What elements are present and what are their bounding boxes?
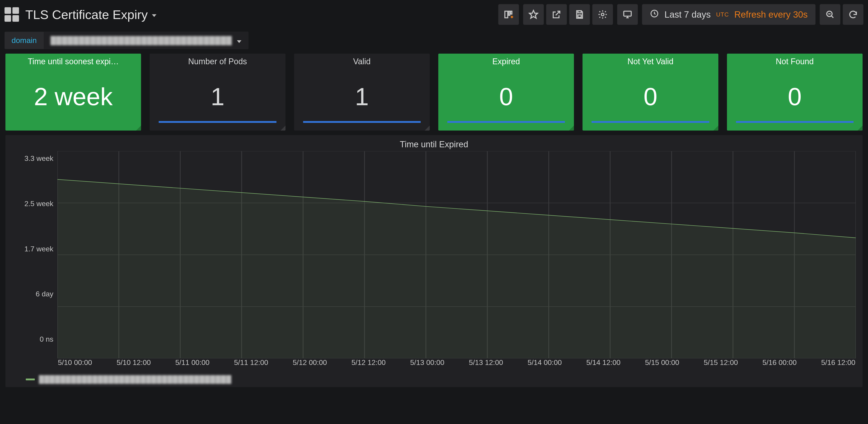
svg-rect-1 (508, 11, 510, 15)
save-button[interactable] (569, 4, 590, 25)
svg-rect-9 (624, 11, 631, 16)
variable-dropdown-domain[interactable]: ████████████████████████████████ (44, 32, 249, 49)
top-toolbar: TLS Certificate Expiry (0, 0, 868, 29)
panel-title: Not Found (776, 57, 814, 66)
panel-value: 0 (644, 66, 657, 126)
template-variables-row: domain ████████████████████████████████ (0, 29, 868, 53)
legend-swatch (26, 378, 35, 380)
y-tick: 2.5 week (12, 200, 53, 208)
x-tick: 5/10 00:00 (58, 358, 92, 372)
x-axis: 5/10 00:005/10 12:005/11 00:005/11 12:00… (12, 358, 856, 372)
x-tick: 5/14 12:00 (586, 358, 620, 372)
panel-title: Expired (492, 57, 520, 66)
svg-rect-0 (505, 11, 508, 18)
zoom-out-icon (825, 9, 835, 20)
x-tick: 5/13 00:00 (410, 358, 444, 372)
panel-resize-handle[interactable] (136, 125, 141, 131)
chart-legend[interactable]: ████████████████████████████████████ (12, 372, 856, 384)
plot-canvas[interactable] (57, 151, 856, 358)
svg-rect-7 (578, 15, 581, 18)
toolbar-group-actions (523, 4, 613, 25)
x-tick: 5/15 12:00 (704, 358, 738, 372)
zoom-out-button[interactable] (819, 4, 840, 25)
panel-value: 0 (788, 66, 802, 126)
stat-not-yet-valid[interactable]: Not Yet Valid 0 (583, 54, 718, 131)
panel-value: 2 week (34, 66, 113, 126)
sparkline (447, 121, 565, 123)
panel-resize-handle[interactable] (858, 125, 863, 131)
monitor-icon (622, 9, 632, 20)
panel-title: Number of Pods (188, 57, 247, 66)
refresh-icon (848, 9, 858, 20)
svg-rect-2 (511, 11, 512, 14)
panel-value: 1 (211, 66, 224, 126)
toolbar-group-view (617, 4, 638, 25)
share-button[interactable] (546, 4, 567, 25)
stat-expired[interactable]: Expired 0 (438, 54, 574, 131)
clock-icon (650, 9, 659, 20)
timezone-badge: UTC (716, 11, 729, 18)
panel-title: Not Yet Valid (627, 57, 673, 66)
stat-valid[interactable]: Valid 1 (294, 54, 430, 131)
variable-value-text: ████████████████████████████████ (51, 36, 232, 45)
y-tick: 1.7 week (12, 245, 53, 253)
add-panel-icon (504, 9, 514, 20)
settings-button[interactable] (592, 4, 613, 25)
y-axis: 3.3 week 2.5 week 1.7 week 6 day 0 ns (12, 151, 57, 358)
time-range-text: Last 7 days (664, 9, 711, 20)
sparkline (159, 121, 276, 123)
toolbar-group-zoom (819, 4, 864, 25)
legend-series-name: ████████████████████████████████████ (39, 375, 231, 384)
grafana-dashboards-icon[interactable] (4, 7, 19, 22)
stat-time-until-soonest[interactable]: Time until soonest expi… 2 week (5, 54, 141, 131)
svg-marker-5 (529, 10, 538, 18)
y-tick: 3.3 week (12, 154, 53, 163)
x-tick: 5/12 12:00 (351, 358, 385, 372)
y-tick: 6 day (12, 290, 53, 298)
singlestat-row: Time until soonest expi… 2 week Number o… (0, 53, 868, 135)
panel-value: 0 (499, 66, 513, 126)
sparkline (592, 121, 709, 123)
add-panel-button[interactable] (498, 4, 519, 25)
gear-icon (598, 9, 608, 20)
x-tick: 5/16 00:00 (763, 358, 797, 372)
x-tick: 5/14 00:00 (528, 358, 562, 372)
panel-title: Time until soonest expi… (28, 57, 119, 66)
stat-number-of-pods[interactable]: Number of Pods 1 (150, 54, 285, 131)
x-tick: 5/16 12:00 (821, 358, 855, 372)
graph-time-until-expired[interactable]: Time until Expired 3.3 week 2.5 week 1.7… (5, 135, 863, 387)
panel-resize-handle[interactable] (281, 125, 285, 131)
star-button[interactable] (523, 4, 544, 25)
dashboard-title-text: TLS Certificate Expiry (25, 7, 148, 22)
x-tick: 5/15 00:00 (645, 358, 679, 372)
svg-point-8 (601, 13, 604, 16)
time-range-picker[interactable]: Last 7 days UTC Refresh every 30s (642, 4, 815, 25)
caret-down-icon (237, 40, 241, 43)
x-tick: 5/11 12:00 (234, 358, 268, 372)
sparkline (303, 121, 421, 123)
x-tick: 5/11 00:00 (176, 358, 210, 372)
refresh-interval-text: Refresh every 30s (734, 9, 808, 20)
chart-svg (57, 151, 856, 358)
sparkline (736, 121, 854, 123)
cycle-view-button[interactable] (617, 4, 638, 25)
dashboard-title-group[interactable]: TLS Certificate Expiry (4, 7, 156, 22)
dashboard-title[interactable]: TLS Certificate Expiry (25, 7, 156, 22)
save-icon (575, 9, 585, 20)
star-icon (528, 9, 538, 20)
x-tick: 5/12 00:00 (293, 358, 327, 372)
stat-not-found[interactable]: Not Found 0 (727, 54, 863, 131)
panel-resize-handle[interactable] (425, 125, 430, 131)
panel-resize-handle[interactable] (569, 125, 574, 131)
toolbar-group-panels (498, 4, 519, 25)
x-tick: 5/10 12:00 (117, 358, 151, 372)
panel-value: 1 (355, 66, 369, 126)
caret-down-icon (152, 14, 156, 17)
y-tick: 0 ns (12, 335, 53, 343)
plot-area: 3.3 week 2.5 week 1.7 week 6 day 0 ns (12, 151, 856, 358)
variable-label-domain: domain (4, 32, 44, 49)
svg-line-14 (831, 16, 833, 18)
panel-title: Time until Expired (12, 140, 856, 149)
refresh-button[interactable] (843, 4, 864, 25)
panel-resize-handle[interactable] (713, 125, 718, 131)
